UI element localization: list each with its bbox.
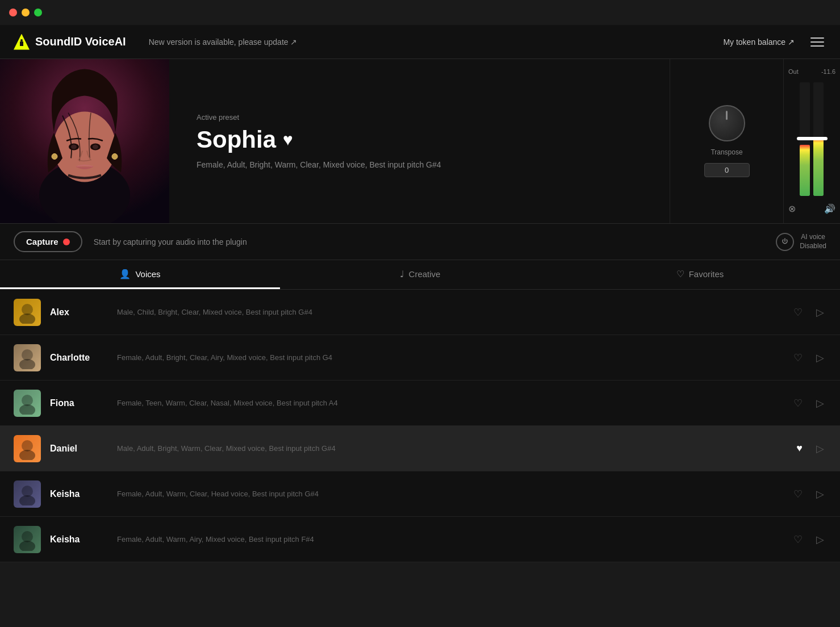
preset-label: Active preset bbox=[197, 113, 642, 122]
transpose-label: Transpose bbox=[711, 148, 742, 156]
voice-actions: ♡▷ bbox=[791, 395, 826, 412]
vu-fill-left bbox=[800, 145, 810, 196]
capture-bar: Capture Start by capturing your audio in… bbox=[0, 224, 840, 260]
capture-description: Start by capturing your audio into the p… bbox=[94, 237, 776, 246]
tab-favorites-label: Favorites bbox=[689, 269, 724, 279]
voice-favorite-button[interactable]: ♡ bbox=[791, 395, 805, 412]
voice-favorite-button[interactable]: ♥ bbox=[794, 440, 805, 457]
voice-item[interactable]: CharlotteFemale, Adult, Bright, Clear, A… bbox=[0, 335, 840, 381]
logo-text: SoundID VoiceAI bbox=[35, 35, 126, 48]
titlebar bbox=[0, 0, 840, 25]
voice-actions: ♡▷ bbox=[791, 304, 826, 321]
svg-point-6 bbox=[53, 112, 116, 182]
tab-favorites[interactable]: ♡ Favorites bbox=[560, 260, 840, 289]
menu-icon[interactable] bbox=[808, 33, 826, 51]
voice-favorite-button[interactable]: ♡ bbox=[791, 304, 805, 321]
logo-icon bbox=[14, 34, 30, 50]
capture-label: Capture bbox=[26, 237, 58, 246]
ai-voice-label: AI voice Disabled bbox=[800, 233, 826, 250]
tab-voices[interactable]: 👤 Voices bbox=[0, 260, 280, 289]
voice-play-button[interactable]: ▷ bbox=[814, 486, 826, 503]
vu-meter-area: Out -11.6 ⊗ 🔊 bbox=[783, 59, 840, 223]
maximize-button[interactable] bbox=[34, 9, 42, 16]
voice-actions: ♥▷ bbox=[794, 440, 826, 457]
voice-avatar bbox=[14, 390, 41, 417]
voice-tags: Female, Adult, Warm, Clear, Head voice, … bbox=[117, 490, 791, 498]
voice-tags: Female, Adult, Bright, Clear, Airy, Mixe… bbox=[117, 353, 791, 362]
window-controls[interactable] bbox=[9, 9, 42, 16]
vu-volume-icon[interactable]: 🔊 bbox=[824, 203, 835, 214]
voice-tags: Male, Child, Bright, Clear, Mixed voice,… bbox=[117, 308, 791, 316]
transpose-area: Transpose bbox=[670, 59, 783, 223]
voice-tags: Female, Adult, Warm, Airy, Mixed voice, … bbox=[117, 535, 791, 544]
svg-point-10 bbox=[93, 145, 98, 149]
vu-controls: ⊗ 🔊 bbox=[788, 203, 835, 214]
vu-link-icon[interactable]: ⊗ bbox=[788, 203, 796, 214]
svg-point-22 bbox=[19, 495, 35, 505]
voice-name: Alex bbox=[50, 307, 112, 317]
tab-creative-label: Creative bbox=[409, 269, 441, 279]
vu-fill-right bbox=[813, 137, 824, 196]
token-balance[interactable]: My token balance ↗ bbox=[723, 37, 795, 47]
voice-avatar bbox=[14, 299, 41, 326]
update-notice[interactable]: New version is available, please update … bbox=[149, 37, 724, 47]
voice-actions: ♡▷ bbox=[791, 531, 826, 548]
svg-point-18 bbox=[19, 404, 35, 415]
svg-rect-1 bbox=[20, 41, 23, 46]
voice-tags: Male, Adult, Bright, Warm, Clear, Mixed … bbox=[117, 444, 794, 453]
tab-creative[interactable]: ♩ Creative bbox=[280, 260, 560, 289]
voice-avatar bbox=[14, 480, 41, 508]
svg-point-2 bbox=[20, 39, 23, 41]
svg-point-20 bbox=[19, 450, 35, 460]
voice-item[interactable]: AlexMale, Child, Bright, Clear, Mixed vo… bbox=[0, 290, 840, 335]
voice-avatar bbox=[14, 435, 41, 462]
voice-item[interactable]: FionaFemale, Teen, Warm, Clear, Nasal, M… bbox=[0, 381, 840, 426]
voice-name: Fiona bbox=[50, 398, 112, 408]
artist-photo bbox=[0, 59, 169, 223]
voice-favorite-button[interactable]: ♡ bbox=[791, 486, 805, 503]
voices-icon: 👤 bbox=[119, 269, 131, 279]
ai-voice-area: AI voice Disabled bbox=[776, 233, 826, 251]
capture-dot-icon bbox=[63, 239, 70, 245]
main-area: Active preset Sophia ♥ Female, Adult, Br… bbox=[0, 59, 840, 224]
svg-point-11 bbox=[52, 154, 57, 160]
transpose-input[interactable] bbox=[704, 163, 750, 177]
minimize-button[interactable] bbox=[22, 9, 30, 16]
voice-avatar bbox=[14, 344, 41, 371]
vu-meter bbox=[795, 82, 829, 196]
ai-voice-power-button[interactable] bbox=[776, 233, 794, 251]
voice-favorite-button[interactable]: ♡ bbox=[791, 349, 805, 366]
capture-button[interactable]: Capture bbox=[14, 231, 82, 252]
voice-play-button[interactable]: ▷ bbox=[814, 531, 826, 548]
logo: SoundID VoiceAI bbox=[14, 34, 126, 50]
vu-slider[interactable] bbox=[797, 137, 828, 140]
favorites-icon: ♡ bbox=[676, 269, 684, 279]
voice-item[interactable]: KeishaFemale, Adult, Warm, Clear, Head v… bbox=[0, 471, 840, 517]
voice-play-button[interactable]: ▷ bbox=[814, 304, 826, 321]
voice-play-button[interactable]: ▷ bbox=[814, 349, 826, 366]
header: SoundID VoiceAI New version is available… bbox=[0, 25, 840, 59]
voice-play-button[interactable]: ▷ bbox=[814, 395, 826, 412]
voice-name: Daniel bbox=[50, 444, 112, 454]
svg-point-14 bbox=[19, 314, 35, 324]
svg-point-16 bbox=[19, 359, 35, 369]
vu-out-value: -11.6 bbox=[821, 68, 835, 75]
preset-area: Active preset Sophia ♥ Female, Adult, Br… bbox=[169, 59, 670, 223]
preset-favorite-icon[interactable]: ♥ bbox=[283, 130, 293, 149]
vu-header: Out -11.6 bbox=[788, 68, 835, 75]
voice-play-button[interactable]: ▷ bbox=[814, 440, 826, 457]
voice-tags: Female, Teen, Warm, Clear, Nasal, Mixed … bbox=[117, 399, 791, 407]
voice-favorite-button[interactable]: ♡ bbox=[791, 531, 805, 548]
voice-name: Charlotte bbox=[50, 353, 112, 363]
svg-point-24 bbox=[19, 541, 35, 551]
tabs: 👤 Voices ♩ Creative ♡ Favorites bbox=[0, 260, 840, 290]
tab-voices-label: Voices bbox=[135, 269, 160, 279]
svg-point-9 bbox=[71, 145, 77, 149]
transpose-knob[interactable] bbox=[709, 105, 745, 141]
voice-name: Keisha bbox=[50, 489, 112, 499]
svg-point-12 bbox=[112, 154, 118, 160]
voice-item[interactable]: DanielMale, Adult, Bright, Warm, Clear, … bbox=[0, 426, 840, 471]
voice-item[interactable]: KeishaFemale, Adult, Warm, Airy, Mixed v… bbox=[0, 517, 840, 562]
close-button[interactable] bbox=[9, 9, 17, 16]
voice-list: AlexMale, Child, Bright, Clear, Mixed vo… bbox=[0, 290, 840, 562]
